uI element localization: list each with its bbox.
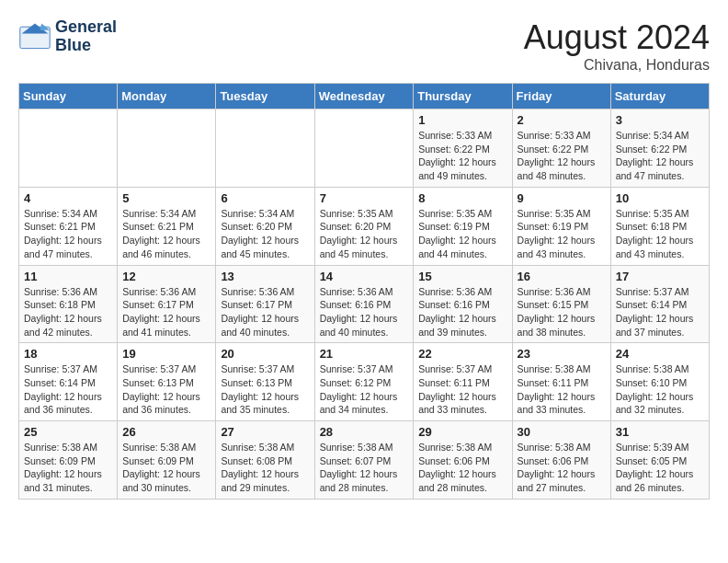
- day-info: Sunrise: 5:37 AM Sunset: 6:12 PM Dayligh…: [320, 362, 409, 417]
- day-number: 13: [221, 270, 309, 283]
- day-info: Sunrise: 5:33 AM Sunset: 6:22 PM Dayligh…: [518, 129, 606, 183]
- day-info: Sunrise: 5:36 AM Sunset: 6:16 PM Dayligh…: [418, 285, 506, 339]
- calendar-week-2: 4Sunrise: 5:34 AM Sunset: 6:21 PM Daylig…: [19, 187, 710, 265]
- calendar-cell: 21Sunrise: 5:37 AM Sunset: 6:12 PM Dayli…: [314, 343, 414, 421]
- logo-icon: [18, 20, 51, 53]
- day-number: 27: [221, 425, 309, 439]
- calendar-cell: 27Sunrise: 5:38 AM Sunset: 6:08 PM Dayli…: [216, 421, 314, 500]
- calendar-header-row: SundayMondayTuesdayWednesdayThursdayFrid…: [19, 84, 710, 109]
- calendar-cell: 14Sunrise: 5:36 AM Sunset: 6:16 PM Dayli…: [314, 265, 414, 343]
- calendar-cell: 20Sunrise: 5:37 AM Sunset: 6:13 PM Dayli…: [216, 343, 314, 421]
- day-number: 26: [122, 425, 210, 439]
- calendar-week-1: 1Sunrise: 5:33 AM Sunset: 6:22 PM Daylig…: [19, 109, 710, 188]
- day-info: Sunrise: 5:37 AM Sunset: 6:13 PM Dayligh…: [122, 362, 210, 417]
- logo-line1: General: [55, 18, 117, 37]
- day-number: 19: [122, 347, 210, 361]
- month-title: August 2024: [524, 18, 710, 57]
- col-header-friday: Friday: [512, 84, 610, 109]
- calendar-cell: [314, 109, 414, 188]
- title-section: August 2024 Chivana, Honduras: [524, 18, 710, 74]
- day-number: 1: [418, 113, 506, 127]
- day-info: Sunrise: 5:35 AM Sunset: 6:19 PM Dayligh…: [518, 207, 606, 261]
- calendar-cell: 30Sunrise: 5:38 AM Sunset: 6:06 PM Dayli…: [512, 421, 610, 500]
- day-number: 8: [418, 191, 506, 205]
- calendar-week-4: 18Sunrise: 5:37 AM Sunset: 6:14 PM Dayli…: [19, 343, 710, 421]
- day-number: 15: [418, 270, 506, 283]
- day-info: Sunrise: 5:38 AM Sunset: 6:09 PM Dayligh…: [24, 441, 112, 495]
- day-info: Sunrise: 5:36 AM Sunset: 6:17 PM Dayligh…: [221, 285, 309, 339]
- day-info: Sunrise: 5:35 AM Sunset: 6:18 PM Dayligh…: [616, 207, 704, 261]
- calendar-cell: 4Sunrise: 5:34 AM Sunset: 6:21 PM Daylig…: [19, 187, 118, 265]
- day-number: 24: [616, 347, 704, 361]
- day-info: Sunrise: 5:38 AM Sunset: 6:07 PM Dayligh…: [320, 441, 409, 495]
- day-info: Sunrise: 5:35 AM Sunset: 6:19 PM Dayligh…: [418, 207, 506, 261]
- day-info: Sunrise: 5:33 AM Sunset: 6:22 PM Dayligh…: [418, 129, 506, 183]
- calendar-cell: [19, 109, 118, 188]
- calendar-cell: 15Sunrise: 5:36 AM Sunset: 6:16 PM Dayli…: [414, 265, 512, 343]
- day-number: 18: [24, 347, 112, 361]
- calendar-cell: 13Sunrise: 5:36 AM Sunset: 6:17 PM Dayli…: [216, 265, 314, 343]
- page-header: General Blue August 2024 Chivana, Hondur…: [18, 18, 710, 74]
- day-number: 29: [418, 425, 506, 439]
- day-info: Sunrise: 5:38 AM Sunset: 6:08 PM Dayligh…: [221, 441, 309, 495]
- col-header-wednesday: Wednesday: [314, 84, 414, 109]
- logo-text: General Blue: [55, 18, 117, 55]
- col-header-tuesday: Tuesday: [216, 84, 314, 109]
- calendar-cell: 26Sunrise: 5:38 AM Sunset: 6:09 PM Dayli…: [118, 421, 216, 500]
- calendar-cell: 16Sunrise: 5:36 AM Sunset: 6:15 PM Dayli…: [512, 265, 610, 343]
- calendar-cell: 31Sunrise: 5:39 AM Sunset: 6:05 PM Dayli…: [610, 421, 709, 500]
- calendar-cell: 8Sunrise: 5:35 AM Sunset: 6:19 PM Daylig…: [414, 187, 512, 265]
- col-header-thursday: Thursday: [414, 84, 512, 109]
- day-info: Sunrise: 5:38 AM Sunset: 6:09 PM Dayligh…: [122, 441, 210, 495]
- logo-line2: Blue: [55, 37, 117, 55]
- day-number: 21: [320, 347, 409, 361]
- day-info: Sunrise: 5:37 AM Sunset: 6:13 PM Dayligh…: [221, 362, 309, 417]
- day-info: Sunrise: 5:34 AM Sunset: 6:20 PM Dayligh…: [221, 207, 309, 261]
- day-number: 9: [518, 191, 606, 205]
- day-info: Sunrise: 5:37 AM Sunset: 6:11 PM Dayligh…: [418, 362, 506, 417]
- day-number: 11: [24, 270, 112, 283]
- day-number: 12: [122, 270, 210, 283]
- calendar-week-5: 25Sunrise: 5:38 AM Sunset: 6:09 PM Dayli…: [19, 421, 710, 500]
- calendar-cell: 12Sunrise: 5:36 AM Sunset: 6:17 PM Dayli…: [118, 265, 216, 343]
- calendar-week-3: 11Sunrise: 5:36 AM Sunset: 6:18 PM Dayli…: [19, 265, 710, 343]
- calendar-cell: 6Sunrise: 5:34 AM Sunset: 6:20 PM Daylig…: [216, 187, 314, 265]
- day-number: 2: [518, 113, 606, 127]
- day-info: Sunrise: 5:36 AM Sunset: 6:17 PM Dayligh…: [122, 285, 210, 339]
- calendar-cell: 29Sunrise: 5:38 AM Sunset: 6:06 PM Dayli…: [414, 421, 512, 500]
- calendar-cell: 10Sunrise: 5:35 AM Sunset: 6:18 PM Dayli…: [610, 187, 709, 265]
- day-number: 31: [616, 425, 704, 439]
- calendar-cell: 25Sunrise: 5:38 AM Sunset: 6:09 PM Dayli…: [19, 421, 118, 500]
- calendar-cell: 23Sunrise: 5:38 AM Sunset: 6:11 PM Dayli…: [512, 343, 610, 421]
- calendar-cell: 22Sunrise: 5:37 AM Sunset: 6:11 PM Dayli…: [414, 343, 512, 421]
- location-subtitle: Chivana, Honduras: [524, 57, 710, 74]
- col-header-saturday: Saturday: [610, 84, 709, 109]
- calendar-cell: 5Sunrise: 5:34 AM Sunset: 6:21 PM Daylig…: [118, 187, 216, 265]
- calendar-cell: 24Sunrise: 5:38 AM Sunset: 6:10 PM Dayli…: [610, 343, 709, 421]
- col-header-sunday: Sunday: [19, 84, 118, 109]
- day-info: Sunrise: 5:36 AM Sunset: 6:15 PM Dayligh…: [518, 285, 606, 339]
- calendar-cell: [216, 109, 314, 188]
- day-number: 23: [518, 347, 606, 361]
- day-info: Sunrise: 5:38 AM Sunset: 6:06 PM Dayligh…: [418, 441, 506, 495]
- calendar-cell: 9Sunrise: 5:35 AM Sunset: 6:19 PM Daylig…: [512, 187, 610, 265]
- day-number: 16: [518, 270, 606, 283]
- day-number: 28: [320, 425, 409, 439]
- day-info: Sunrise: 5:39 AM Sunset: 6:05 PM Dayligh…: [616, 441, 704, 495]
- day-info: Sunrise: 5:34 AM Sunset: 6:21 PM Dayligh…: [122, 207, 210, 261]
- day-number: 7: [320, 191, 409, 205]
- calendar-cell: 1Sunrise: 5:33 AM Sunset: 6:22 PM Daylig…: [414, 109, 512, 188]
- day-info: Sunrise: 5:34 AM Sunset: 6:22 PM Dayligh…: [616, 129, 704, 183]
- day-info: Sunrise: 5:36 AM Sunset: 6:16 PM Dayligh…: [320, 285, 409, 339]
- calendar-cell: 19Sunrise: 5:37 AM Sunset: 6:13 PM Dayli…: [118, 343, 216, 421]
- day-info: Sunrise: 5:38 AM Sunset: 6:10 PM Dayligh…: [616, 362, 704, 417]
- day-info: Sunrise: 5:35 AM Sunset: 6:20 PM Dayligh…: [320, 207, 409, 261]
- day-number: 6: [221, 191, 309, 205]
- day-number: 10: [616, 191, 704, 205]
- day-number: 20: [221, 347, 309, 361]
- calendar-cell: 17Sunrise: 5:37 AM Sunset: 6:14 PM Dayli…: [610, 265, 709, 343]
- calendar-cell: [118, 109, 216, 188]
- day-number: 25: [24, 425, 112, 439]
- day-info: Sunrise: 5:37 AM Sunset: 6:14 PM Dayligh…: [616, 285, 704, 339]
- day-info: Sunrise: 5:38 AM Sunset: 6:06 PM Dayligh…: [518, 441, 606, 495]
